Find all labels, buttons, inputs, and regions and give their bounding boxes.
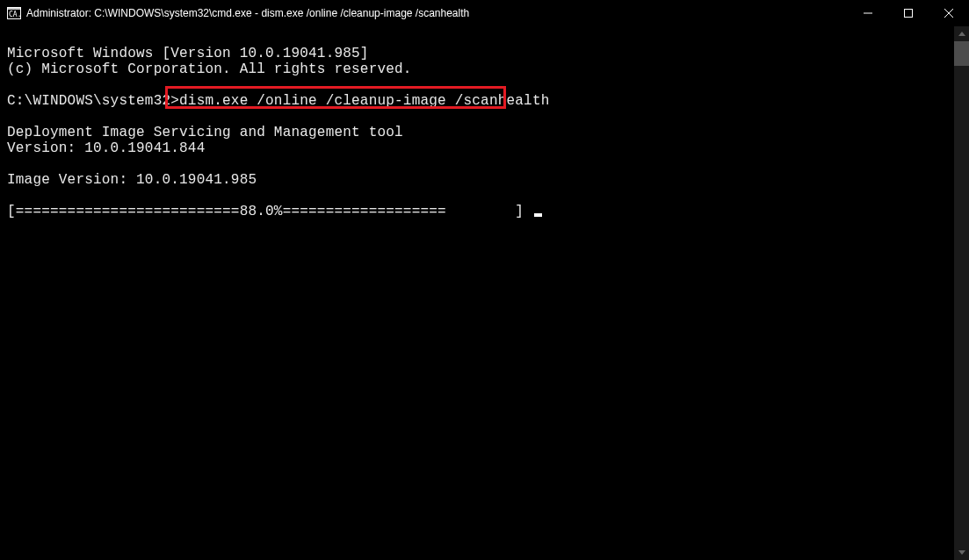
cursor [534,213,542,217]
vertical-scrollbar[interactable] [954,26,969,560]
scroll-thumb[interactable] [954,41,969,66]
scroll-down-button[interactable] [954,545,969,560]
svg-rect-5 [905,10,913,18]
titlebar[interactable]: CA. Administrator: C:\WINDOWS\system32\c… [0,0,969,26]
cmd-icon: CA. [7,7,21,19]
prompt-prefix: C:\WINDOWS\system32> [7,93,179,109]
image-version-line: Image Version: 10.0.19041.985 [7,172,257,188]
command-text: dism.exe /online /cleanup-image /scanhea… [179,93,549,109]
minimize-button[interactable] [848,0,888,26]
tool-version-line: Version: 10.0.19041.844 [7,140,205,156]
window-title: Administrator: C:\WINDOWS\system32\cmd.e… [26,7,469,19]
close-button[interactable] [929,0,969,26]
maximize-button[interactable] [888,0,929,26]
console-output[interactable]: Microsoft Windows [Version 10.0.19041.98… [0,26,969,219]
svg-rect-2 [8,8,20,10]
svg-text:CA.: CA. [9,11,21,18]
copyright-line: (c) Microsoft Corporation. All rights re… [7,61,412,77]
tool-name-line: Deployment Image Servicing and Managemen… [7,125,403,140]
svg-marker-9 [958,550,965,555]
svg-marker-8 [958,32,965,36]
os-version-line: Microsoft Windows [Version 10.0.19041.98… [7,46,369,61]
scroll-up-button[interactable] [954,26,969,41]
progress-line: [==========================88.0%========… [7,204,532,219]
window-controls [848,0,969,26]
